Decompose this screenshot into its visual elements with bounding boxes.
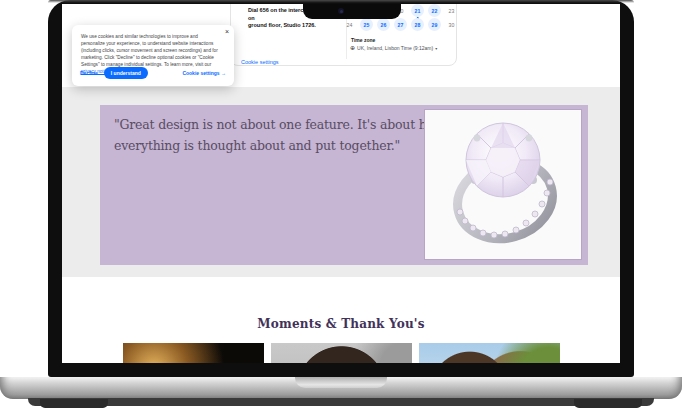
calendar-day-28[interactable]: 28	[411, 18, 424, 31]
ring-illustration	[425, 110, 581, 259]
booking-address-line2: ground floor, Studio 1726.	[248, 22, 344, 30]
calendar-day-21[interactable]: 21	[411, 4, 424, 17]
moments-heading: Moments & Thank You's	[62, 317, 620, 331]
timezone-label: Time zone	[351, 37, 375, 43]
decline-button[interactable]: Decline	[80, 70, 98, 76]
calendar-day-26[interactable]: 26	[377, 18, 390, 31]
calendar-day-29[interactable]: 29	[428, 18, 441, 31]
calendar-day-27[interactable]: 27	[394, 18, 407, 31]
quote-hero-section: "Great design is not about one feature. …	[100, 105, 588, 265]
accept-button[interactable]: I understand	[104, 67, 148, 79]
cookie-settings-label: Cookie settings	[182, 70, 219, 76]
webcam-icon	[338, 8, 344, 14]
quote-line2: everything is thought about and put toge…	[114, 135, 444, 156]
quote-line1: "Great design is not about one feature. …	[114, 114, 444, 135]
lid-lift-groove	[295, 377, 387, 388]
website-page: Dial 656 on the intercom, Studio is on g…	[62, 4, 620, 363]
calendar-day-24: 24	[343, 18, 356, 31]
calendar-day-30: 30	[445, 18, 458, 31]
cookie-actions: Decline I understand Cookie settings →	[80, 67, 226, 79]
laptop-base	[0, 377, 682, 399]
moments-photo-row	[62, 343, 620, 363]
cookie-consent-dialog: × We use cookies and similar technologie…	[72, 25, 234, 86]
laptop-foot-left	[40, 399, 108, 408]
laptop-bottom-shell	[28, 398, 654, 406]
moment-photo-portrait[interactable]	[271, 343, 412, 363]
laptop-mockup: Dial 656 on the intercom, Studio is on g…	[0, 0, 682, 412]
design-quote: "Great design is not about one feature. …	[114, 114, 444, 156]
globe-icon: ⊕	[350, 45, 355, 51]
cookie-message-text: We use cookies and similar technologies …	[81, 34, 218, 67]
arrow-right-icon: →	[221, 70, 226, 76]
close-icon[interactable]: ×	[225, 28, 229, 35]
page-cookie-settings-link[interactable]: Cookie settings	[241, 59, 279, 65]
moment-photo-candlelit[interactable]	[123, 343, 264, 363]
calendar-week-row: 24252627282930	[343, 18, 458, 31]
laptop-lid: Dial 656 on the intercom, Studio is on g…	[48, 0, 634, 377]
hero-background-band: "Great design is not about one feature. …	[62, 87, 620, 277]
diamond-ring-image	[425, 110, 581, 259]
timezone-value: UK, Ireland, Lisbon Time (9:12am)	[357, 45, 433, 51]
moment-photo-couple[interactable]	[419, 343, 560, 363]
calendar-day-22[interactable]: 22	[428, 4, 441, 17]
calendar-day-23: 23	[445, 4, 458, 17]
laptop-screen: Dial 656 on the intercom, Studio is on g…	[62, 4, 620, 363]
calendar-day-25[interactable]: 25	[360, 18, 373, 31]
cookie-settings-link[interactable]: Cookie settings →	[182, 70, 226, 76]
laptop-foot-right	[574, 399, 642, 408]
display-notch	[303, 4, 401, 19]
timezone-selector[interactable]: ⊕ UK, Ireland, Lisbon Time (9:12am) ▾	[350, 45, 437, 51]
chevron-down-icon: ▾	[435, 46, 437, 51]
